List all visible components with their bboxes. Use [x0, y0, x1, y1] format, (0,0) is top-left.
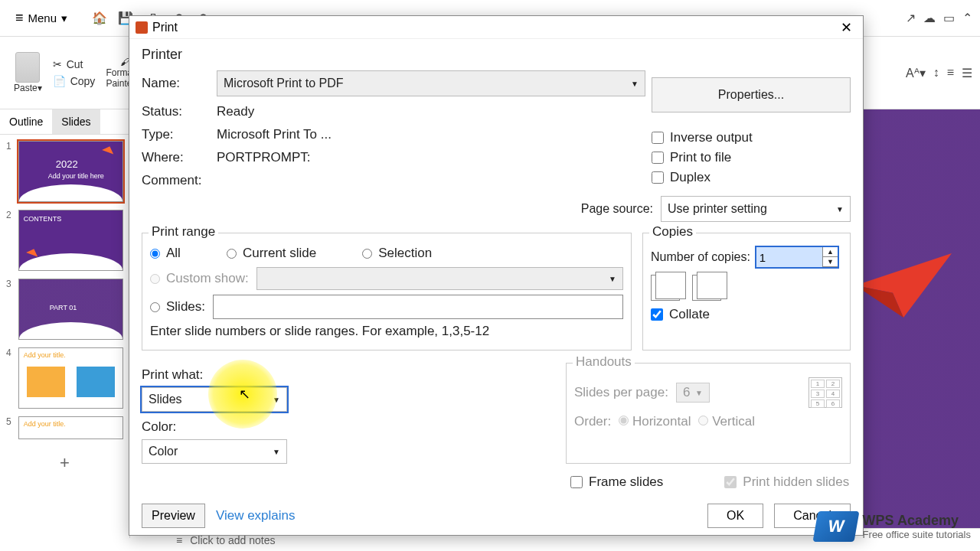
collate-icon	[692, 275, 721, 301]
close-button[interactable]: ✕	[836, 19, 857, 36]
bullets-icon[interactable]: ≡	[947, 66, 954, 80]
frame-slides-checkbox[interactable]: Frame slides	[570, 474, 663, 490]
thumbnail-item[interactable]: 4 Add your title.	[6, 347, 123, 409]
inverse-output-checkbox[interactable]: Inverse output	[652, 130, 851, 145]
print-what-column: Print what: Slides ▼ Color: Color ▼	[142, 363, 295, 464]
type-value: Microsoft Print To ...	[217, 127, 645, 142]
cut-label: Cut	[67, 58, 83, 70]
collapse-icon[interactable]: ⌃	[962, 11, 972, 25]
chevron-down-icon: ▼	[836, 205, 844, 214]
wps-academy-watermark: W WPS Academy Free office suite tutorial…	[815, 511, 971, 542]
cursor-icon: ↖	[239, 386, 250, 403]
type-label: Type:	[142, 127, 211, 142]
view-explains-link[interactable]: View explains	[216, 508, 296, 523]
home-icon[interactable]: 🏠	[89, 8, 110, 29]
slide-panel: Outline Slides 1 2022 Add your title her…	[0, 109, 130, 538]
copy-label: Copy	[70, 75, 96, 87]
duplex-checkbox[interactable]: Duplex	[652, 170, 851, 185]
dialog-footer: Preview View explains OK Cancel	[142, 504, 851, 528]
range-custom-show-radio[interactable]: Custom show:	[150, 271, 249, 286]
thumbnail-item[interactable]: 2 CONTENTS	[6, 210, 123, 271]
custom-show-select: ▼	[256, 267, 623, 290]
clipboard-group: ✂Cut 📄Copy	[53, 58, 96, 87]
range-slides-radio[interactable]: Slides:	[150, 299, 205, 315]
watermark-brand: WPS Academy	[863, 513, 959, 528]
chevron-down-icon: ▾	[61, 11, 67, 25]
color-label: Color:	[142, 419, 295, 435]
print-hidden-checkbox: Print hidden slides	[724, 474, 849, 490]
copies-input[interactable]	[756, 247, 822, 267]
order-label: Order:	[574, 414, 611, 429]
properties-button[interactable]: Properties...	[652, 77, 851, 112]
copy-icon: 📄	[53, 75, 66, 87]
range-hint: Enter slide numbers or slide ranges. For…	[150, 324, 623, 339]
preview-button[interactable]: Preview	[142, 504, 205, 528]
font-size-icon[interactable]: Aᴬ▾	[906, 66, 926, 80]
window-icon[interactable]: ▭	[943, 11, 955, 25]
clipboard-icon	[15, 52, 40, 83]
copy-button[interactable]: 📄Copy	[53, 75, 96, 87]
app-icon	[136, 21, 148, 34]
tab-slides[interactable]: Slides	[52, 109, 100, 134]
where-label: Where:	[142, 150, 211, 165]
top-right-icons: ↗ ☁ ▭ ⌃	[906, 11, 972, 25]
chevron-down-icon: ▼	[631, 80, 639, 88]
thumbnail-item[interactable]: 1 2022 Add your title here	[6, 141, 123, 202]
menu-button[interactable]: Menu ▾	[8, 7, 75, 29]
color-select[interactable]: Color ▼	[142, 439, 287, 464]
ok-button[interactable]: OK	[707, 504, 763, 528]
dialog-title: Print	[152, 21, 178, 34]
range-current-radio[interactable]: Current slide	[227, 246, 316, 261]
slides-range-input[interactable]	[213, 295, 623, 319]
paste-label: Paste	[14, 83, 38, 93]
range-selection-radio[interactable]: Selection	[362, 246, 432, 261]
wps-logo-icon: W	[812, 511, 859, 542]
printer-name-select[interactable]: Microsoft Print to PDF ▼	[217, 70, 645, 96]
copies-spinner[interactable]: ▲▼	[755, 246, 839, 269]
tab-outline[interactable]: Outline	[0, 109, 52, 134]
thumbnail-item[interactable]: 3 PART 01	[6, 279, 123, 340]
thumb-number: 5	[6, 416, 15, 439]
copies-group: Copies Number of copies: ▲▼ Collate	[642, 233, 851, 350]
order-vertical-radio: Vertical	[698, 414, 754, 429]
thumbnail-item[interactable]: 5 Add your title.	[6, 416, 123, 439]
page-source-select[interactable]: Use printer setting ▼	[661, 196, 851, 222]
share-icon[interactable]: ↗	[906, 11, 916, 25]
svg-marker-0	[855, 253, 952, 318]
thumb-number: 3	[6, 279, 15, 340]
thumbnails-list: 1 2022 Add your title here 2 CONTENTS 3	[0, 135, 129, 445]
spinner-down-icon[interactable]: ▼	[823, 257, 838, 267]
add-slide-button[interactable]: +	[0, 445, 129, 481]
thumb-number: 2	[6, 210, 15, 271]
printer-heading: Printer	[142, 47, 851, 63]
handouts-legend: Handouts	[573, 354, 635, 370]
chevron-down-icon: ▼	[273, 396, 280, 404]
order-horizontal-radio: Horizontal	[619, 414, 691, 429]
thumb-number: 1	[6, 141, 15, 202]
cloud-icon[interactable]: ☁	[923, 11, 936, 25]
spinner-up-icon[interactable]: ▲	[823, 247, 838, 257]
page-source-label: Page source:	[581, 202, 653, 216]
range-all-radio[interactable]: All	[150, 246, 181, 261]
paper-plane-icon	[850, 247, 957, 327]
slides-per-page-label: Slides per page:	[574, 385, 668, 400]
where-value: PORTPROMPT:	[217, 150, 645, 165]
print-what-label: Print what:	[142, 367, 295, 383]
sort-icon[interactable]: ↕	[933, 66, 939, 80]
hamburger-icon	[15, 10, 24, 26]
page-source-row: Page source: Use printer setting ▼	[142, 196, 851, 222]
print-what-select[interactable]: Slides ▼	[142, 387, 287, 412]
cut-button[interactable]: ✂Cut	[53, 58, 96, 70]
name-label: Name:	[142, 76, 211, 91]
collate-checkbox[interactable]: Collate	[651, 307, 842, 322]
list-icon[interactable]: ☰	[962, 66, 972, 80]
watermark-sub: Free office suite tutorials	[863, 529, 971, 540]
thumb-number: 4	[6, 347, 15, 409]
print-to-file-checkbox[interactable]: Print to file	[652, 150, 851, 165]
menu-label: Menu	[28, 11, 57, 24]
paste-button[interactable]: Paste▾	[8, 52, 48, 93]
status-value: Ready	[217, 104, 645, 119]
copies-label: Number of copies:	[651, 250, 750, 264]
ribbon-right: Aᴬ▾ ↕ ≡ ☰	[906, 66, 972, 80]
chevron-down-icon: ▼	[273, 448, 280, 456]
